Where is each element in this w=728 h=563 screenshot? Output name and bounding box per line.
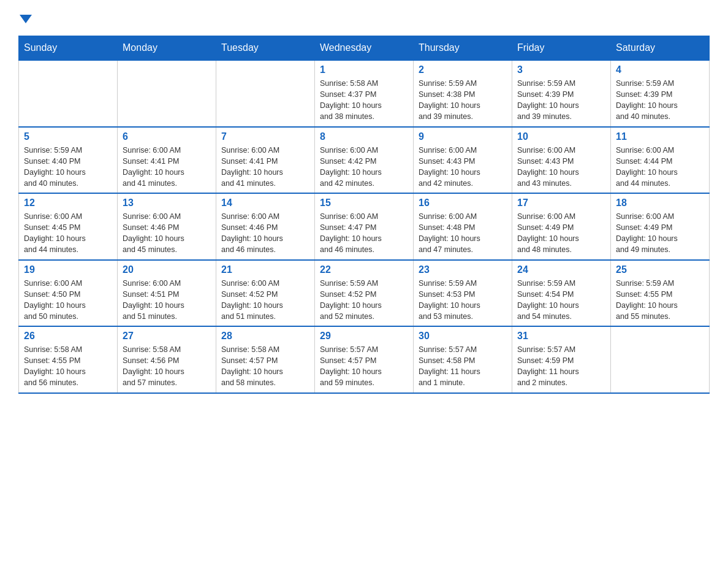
day-info: Sunrise: 5:59 AM Sunset: 4:55 PM Dayligh… bbox=[616, 278, 704, 323]
calendar-cell: 9Sunrise: 6:00 AM Sunset: 4:43 PM Daylig… bbox=[414, 127, 512, 194]
day-number: 29 bbox=[320, 331, 408, 342]
day-number: 19 bbox=[24, 264, 112, 275]
day-number: 4 bbox=[616, 64, 704, 75]
day-number: 11 bbox=[616, 131, 704, 142]
day-number: 15 bbox=[320, 197, 408, 209]
day-number: 24 bbox=[517, 264, 605, 275]
calendar-week-row: 12Sunrise: 6:00 AM Sunset: 4:45 PM Dayli… bbox=[19, 193, 710, 260]
calendar-week-row: 1Sunrise: 5:58 AM Sunset: 4:37 PM Daylig… bbox=[19, 60, 710, 127]
day-info: Sunrise: 5:58 AM Sunset: 4:56 PM Dayligh… bbox=[123, 344, 211, 389]
calendar-header-sunday: Sunday bbox=[19, 36, 118, 61]
calendar-cell: 10Sunrise: 6:00 AM Sunset: 4:43 PM Dayli… bbox=[512, 127, 611, 194]
day-number: 9 bbox=[419, 131, 507, 142]
day-number: 30 bbox=[419, 331, 507, 342]
calendar-cell: 17Sunrise: 6:00 AM Sunset: 4:49 PM Dayli… bbox=[512, 193, 611, 260]
calendar-cell: 3Sunrise: 5:59 AM Sunset: 4:39 PM Daylig… bbox=[512, 60, 611, 127]
day-info: Sunrise: 5:58 AM Sunset: 4:37 PM Dayligh… bbox=[320, 78, 408, 123]
day-info: Sunrise: 6:00 AM Sunset: 4:48 PM Dayligh… bbox=[419, 211, 507, 256]
calendar-week-row: 19Sunrise: 6:00 AM Sunset: 4:50 PM Dayli… bbox=[19, 260, 710, 327]
calendar-cell: 28Sunrise: 5:58 AM Sunset: 4:57 PM Dayli… bbox=[216, 326, 315, 393]
day-number: 22 bbox=[320, 264, 408, 275]
calendar-cell: 13Sunrise: 6:00 AM Sunset: 4:46 PM Dayli… bbox=[118, 193, 216, 260]
calendar-cell: 25Sunrise: 5:59 AM Sunset: 4:55 PM Dayli… bbox=[611, 260, 710, 327]
day-number: 5 bbox=[24, 131, 112, 142]
day-number: 16 bbox=[419, 197, 507, 209]
calendar-cell: 6Sunrise: 6:00 AM Sunset: 4:41 PM Daylig… bbox=[118, 127, 216, 194]
calendar-cell: 12Sunrise: 6:00 AM Sunset: 4:45 PM Dayli… bbox=[19, 193, 118, 260]
calendar-cell: 1Sunrise: 5:58 AM Sunset: 4:37 PM Daylig… bbox=[315, 60, 414, 127]
calendar-cell: 15Sunrise: 6:00 AM Sunset: 4:47 PM Dayli… bbox=[315, 193, 414, 260]
day-info: Sunrise: 5:58 AM Sunset: 4:57 PM Dayligh… bbox=[221, 344, 309, 389]
page-header bbox=[18, 12, 710, 23]
day-info: Sunrise: 6:00 AM Sunset: 4:51 PM Dayligh… bbox=[123, 278, 211, 323]
calendar-cell: 31Sunrise: 5:57 AM Sunset: 4:59 PM Dayli… bbox=[512, 326, 611, 393]
logo bbox=[18, 12, 32, 23]
day-info: Sunrise: 5:57 AM Sunset: 4:58 PM Dayligh… bbox=[419, 344, 507, 389]
day-info: Sunrise: 6:00 AM Sunset: 4:49 PM Dayligh… bbox=[517, 211, 605, 256]
day-info: Sunrise: 5:59 AM Sunset: 4:40 PM Dayligh… bbox=[24, 145, 112, 190]
calendar-week-row: 26Sunrise: 5:58 AM Sunset: 4:55 PM Dayli… bbox=[19, 326, 710, 393]
day-info: Sunrise: 6:00 AM Sunset: 4:49 PM Dayligh… bbox=[616, 211, 704, 256]
calendar-cell: 2Sunrise: 5:59 AM Sunset: 4:38 PM Daylig… bbox=[414, 60, 512, 127]
calendar-cell: 27Sunrise: 5:58 AM Sunset: 4:56 PM Dayli… bbox=[118, 326, 216, 393]
calendar-header-monday: Monday bbox=[118, 36, 216, 61]
logo-arrow-icon bbox=[20, 15, 32, 23]
day-info: Sunrise: 5:57 AM Sunset: 4:57 PM Dayligh… bbox=[320, 344, 408, 389]
calendar-cell: 16Sunrise: 6:00 AM Sunset: 4:48 PM Dayli… bbox=[414, 193, 512, 260]
calendar-cell: 11Sunrise: 6:00 AM Sunset: 4:44 PM Dayli… bbox=[611, 127, 710, 194]
calendar-cell: 29Sunrise: 5:57 AM Sunset: 4:57 PM Dayli… bbox=[315, 326, 414, 393]
day-number: 7 bbox=[221, 131, 309, 142]
day-number: 1 bbox=[320, 64, 408, 75]
day-info: Sunrise: 6:00 AM Sunset: 4:46 PM Dayligh… bbox=[221, 211, 309, 256]
day-info: Sunrise: 6:00 AM Sunset: 4:41 PM Dayligh… bbox=[221, 145, 309, 190]
day-number: 13 bbox=[123, 197, 211, 209]
day-number: 21 bbox=[221, 264, 309, 275]
day-number: 2 bbox=[419, 64, 507, 75]
calendar-cell: 8Sunrise: 6:00 AM Sunset: 4:42 PM Daylig… bbox=[315, 127, 414, 194]
day-number: 12 bbox=[24, 197, 112, 209]
day-info: Sunrise: 6:00 AM Sunset: 4:47 PM Dayligh… bbox=[320, 211, 408, 256]
day-number: 27 bbox=[123, 331, 211, 342]
calendar-cell: 21Sunrise: 6:00 AM Sunset: 4:52 PM Dayli… bbox=[216, 260, 315, 327]
calendar-header-saturday: Saturday bbox=[611, 36, 710, 61]
day-number: 3 bbox=[517, 64, 605, 75]
day-number: 8 bbox=[320, 131, 408, 142]
day-info: Sunrise: 5:59 AM Sunset: 4:39 PM Dayligh… bbox=[616, 78, 704, 123]
day-info: Sunrise: 6:00 AM Sunset: 4:46 PM Dayligh… bbox=[123, 211, 211, 256]
calendar-cell bbox=[118, 60, 216, 127]
calendar-cell: 7Sunrise: 6:00 AM Sunset: 4:41 PM Daylig… bbox=[216, 127, 315, 194]
calendar-cell: 14Sunrise: 6:00 AM Sunset: 4:46 PM Dayli… bbox=[216, 193, 315, 260]
day-number: 23 bbox=[419, 264, 507, 275]
day-info: Sunrise: 5:59 AM Sunset: 4:38 PM Dayligh… bbox=[419, 78, 507, 123]
calendar-table: SundayMondayTuesdayWednesdayThursdayFrid… bbox=[18, 36, 710, 394]
day-info: Sunrise: 6:00 AM Sunset: 4:42 PM Dayligh… bbox=[320, 145, 408, 190]
calendar-header-friday: Friday bbox=[512, 36, 611, 61]
day-info: Sunrise: 5:57 AM Sunset: 4:59 PM Dayligh… bbox=[517, 344, 605, 389]
day-info: Sunrise: 5:59 AM Sunset: 4:54 PM Dayligh… bbox=[517, 278, 605, 323]
day-number: 25 bbox=[616, 264, 704, 275]
day-info: Sunrise: 5:59 AM Sunset: 4:52 PM Dayligh… bbox=[320, 278, 408, 323]
calendar-cell: 22Sunrise: 5:59 AM Sunset: 4:52 PM Dayli… bbox=[315, 260, 414, 327]
calendar-week-row: 5Sunrise: 5:59 AM Sunset: 4:40 PM Daylig… bbox=[19, 127, 710, 194]
day-number: 31 bbox=[517, 331, 605, 342]
calendar-cell bbox=[611, 326, 710, 393]
day-info: Sunrise: 6:00 AM Sunset: 4:43 PM Dayligh… bbox=[419, 145, 507, 190]
calendar-cell: 24Sunrise: 5:59 AM Sunset: 4:54 PM Dayli… bbox=[512, 260, 611, 327]
calendar-cell bbox=[19, 60, 118, 127]
day-number: 17 bbox=[517, 197, 605, 209]
day-info: Sunrise: 6:00 AM Sunset: 4:44 PM Dayligh… bbox=[616, 145, 704, 190]
calendar-cell: 5Sunrise: 5:59 AM Sunset: 4:40 PM Daylig… bbox=[19, 127, 118, 194]
calendar-cell bbox=[216, 60, 315, 127]
calendar-cell: 30Sunrise: 5:57 AM Sunset: 4:58 PM Dayli… bbox=[414, 326, 512, 393]
calendar-header-row: SundayMondayTuesdayWednesdayThursdayFrid… bbox=[19, 36, 710, 61]
day-number: 14 bbox=[221, 197, 309, 209]
day-info: Sunrise: 6:00 AM Sunset: 4:45 PM Dayligh… bbox=[24, 211, 112, 256]
calendar-header-wednesday: Wednesday bbox=[315, 36, 414, 61]
day-info: Sunrise: 6:00 AM Sunset: 4:50 PM Dayligh… bbox=[24, 278, 112, 323]
day-info: Sunrise: 5:59 AM Sunset: 4:39 PM Dayligh… bbox=[517, 78, 605, 123]
day-number: 20 bbox=[123, 264, 211, 275]
calendar-cell: 4Sunrise: 5:59 AM Sunset: 4:39 PM Daylig… bbox=[611, 60, 710, 127]
calendar-cell: 26Sunrise: 5:58 AM Sunset: 4:55 PM Dayli… bbox=[19, 326, 118, 393]
day-info: Sunrise: 5:58 AM Sunset: 4:55 PM Dayligh… bbox=[24, 344, 112, 389]
day-number: 28 bbox=[221, 331, 309, 342]
